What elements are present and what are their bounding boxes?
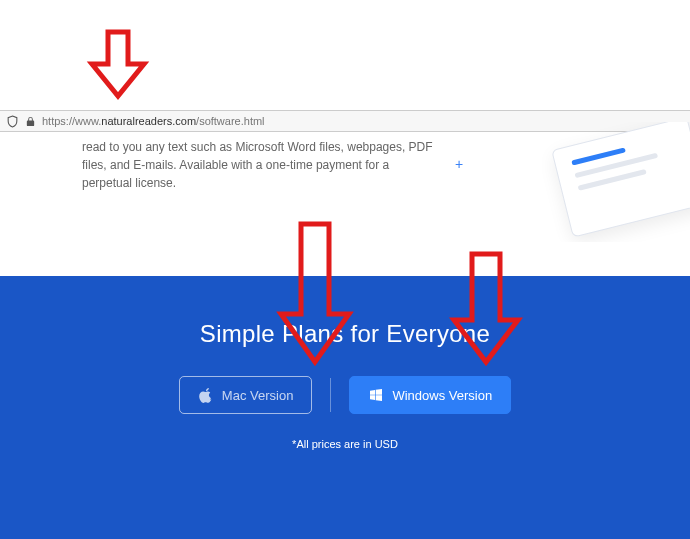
pricing-headline: Simple Plans for Everyone [200, 320, 490, 348]
hero-illustration [510, 122, 690, 242]
apple-icon [198, 387, 214, 403]
mac-version-label: Mac Version [222, 388, 294, 403]
shield-icon [6, 115, 19, 128]
pricing-section: Simple Plans for Everyone Mac Version Wi… [0, 276, 690, 539]
windows-version-label: Windows Version [392, 388, 492, 403]
windows-version-button[interactable]: Windows Version [349, 376, 511, 414]
lock-icon [25, 116, 36, 127]
vertical-divider [330, 378, 331, 412]
pricing-footnote: *All prices are in USD [292, 438, 398, 450]
version-buttons-row: Mac Version Windows Version [179, 376, 511, 414]
url-text[interactable]: https://www.naturalreaders.com/software.… [42, 115, 265, 127]
mac-version-button[interactable]: Mac Version [179, 376, 313, 414]
product-description: read to you any text such as Microsoft W… [82, 138, 442, 192]
windows-icon [368, 387, 384, 403]
decoration-plus-icon: + [455, 156, 463, 172]
annotation-arrow-addressbar [86, 28, 150, 100]
